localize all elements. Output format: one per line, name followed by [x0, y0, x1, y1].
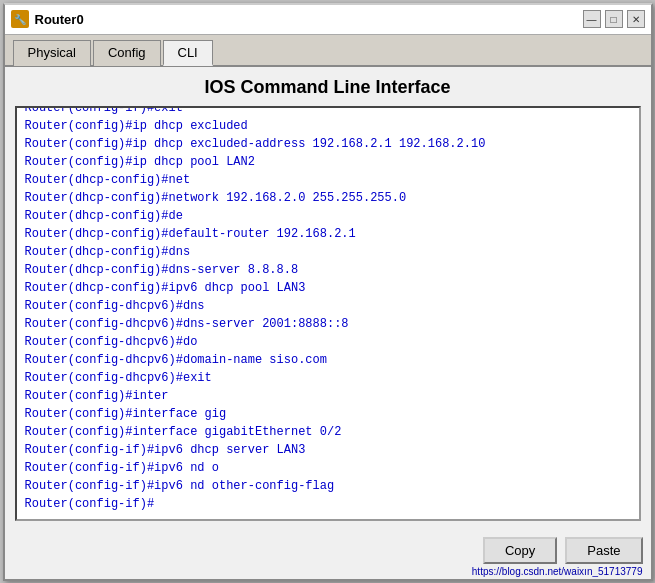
tab-config[interactable]: Config	[93, 40, 161, 66]
terminal-line: Router(dhcp-config)#dns-server 8.8.8.8	[25, 261, 633, 279]
terminal-line: Router(config)#interface gig	[25, 405, 633, 423]
tab-physical[interactable]: Physical	[13, 40, 91, 66]
terminal-line: Router(config-if)#exit	[25, 108, 633, 117]
terminal-line: Router(dhcp-config)#dns	[25, 243, 633, 261]
terminal-line: Router(config)#ip dhcp excluded	[25, 117, 633, 135]
terminal-line: Router(config-if)#	[25, 495, 633, 513]
tab-cli[interactable]: CLI	[163, 40, 213, 66]
terminal-output[interactable]: Router(config-if)#exitRouter(config)#ip …	[17, 108, 639, 519]
terminal-line: Router(config-dhcpv6)#dns	[25, 297, 633, 315]
terminal-line: Router(config-if)#ipv6 nd o	[25, 459, 633, 477]
terminal-line: Router(config-dhcpv6)#do	[25, 333, 633, 351]
terminal-line: Router(dhcp-config)#network 192.168.2.0 …	[25, 189, 633, 207]
terminal-line: Router(dhcp-config)#ipv6 dhcp pool LAN3	[25, 279, 633, 297]
minimize-button[interactable]: —	[583, 10, 601, 28]
title-bar-left: 🔧 Router0	[11, 10, 84, 28]
terminal-line: Router(config)#ip dhcp excluded-address …	[25, 135, 633, 153]
terminal-line: Router(config-dhcpv6)#exit	[25, 369, 633, 387]
main-window: 🔧 Router0 — □ ✕ Physical Config CLI IOS …	[3, 3, 653, 581]
terminal-line: Router(dhcp-config)#default-router 192.1…	[25, 225, 633, 243]
app-icon: 🔧	[11, 10, 29, 28]
paste-button[interactable]: Paste	[565, 537, 642, 564]
watermark: https://blog.csdn.net/waixın_51713779	[5, 566, 651, 579]
terminal-line: Router(config-if)#ipv6 nd other-config-f…	[25, 477, 633, 495]
terminal-line: Router(config-dhcpv6)#dns-server 2001:88…	[25, 315, 633, 333]
terminal-line: Router(config)#inter	[25, 387, 633, 405]
terminal-line: Router(config)#interface gigabitEthernet…	[25, 423, 633, 441]
terminal-wrapper: Router(config-if)#exitRouter(config)#ip …	[15, 106, 641, 521]
terminal-line: Router(config)#ip dhcp pool LAN2	[25, 153, 633, 171]
bottom-right: Copy Paste	[483, 537, 643, 564]
bottom-bar: Copy Paste	[5, 531, 651, 566]
maximize-button[interactable]: □	[605, 10, 623, 28]
window-controls: — □ ✕	[583, 10, 645, 28]
terminal-line: Router(dhcp-config)#de	[25, 207, 633, 225]
copy-button[interactable]: Copy	[483, 537, 557, 564]
terminal-line: Router(config-dhcpv6)#domain-name siso.c…	[25, 351, 633, 369]
terminal-line: Router(dhcp-config)#net	[25, 171, 633, 189]
terminal-line: Router(config-if)#ipv6 dhcp server LAN3	[25, 441, 633, 459]
window-title: Router0	[35, 12, 84, 27]
close-button[interactable]: ✕	[627, 10, 645, 28]
tab-bar: Physical Config CLI	[5, 35, 651, 67]
page-title: IOS Command Line Interface	[5, 67, 651, 106]
title-bar: 🔧 Router0 — □ ✕	[5, 5, 651, 35]
content-area: Router(config-if)#exitRouter(config)#ip …	[5, 106, 651, 531]
